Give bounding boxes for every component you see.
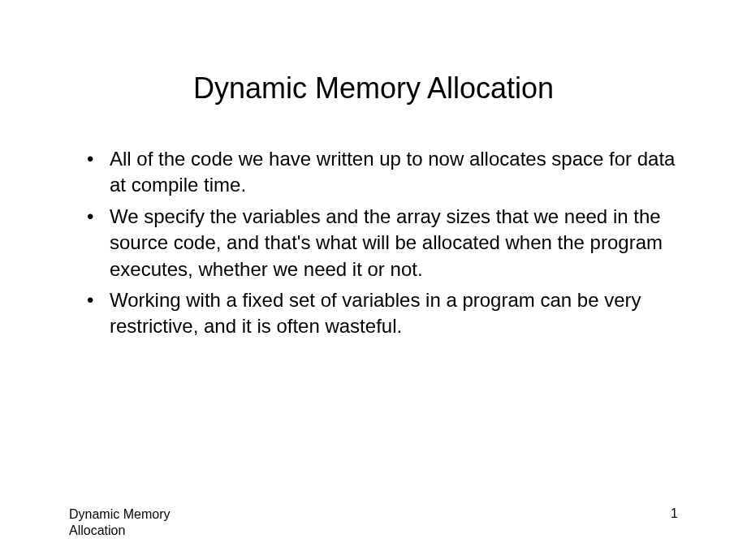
bullet-item: We specify the variables and the array s… bbox=[85, 204, 690, 282]
bullet-item: Working with a fixed set of variables in… bbox=[85, 287, 690, 340]
footer-topic: Dynamic Memory Allocation bbox=[69, 506, 199, 539]
slide-container: Dynamic Memory Allocation All of the cod… bbox=[0, 0, 747, 560]
slide-footer: Dynamic Memory Allocation 1 bbox=[0, 506, 747, 539]
footer-page-number: 1 bbox=[671, 506, 678, 521]
slide-title: Dynamic Memory Allocation bbox=[0, 0, 747, 146]
slide-content: All of the code we have written up to no… bbox=[0, 146, 747, 340]
bullet-item: All of the code we have written up to no… bbox=[85, 146, 690, 199]
bullet-list: All of the code we have written up to no… bbox=[85, 146, 690, 340]
